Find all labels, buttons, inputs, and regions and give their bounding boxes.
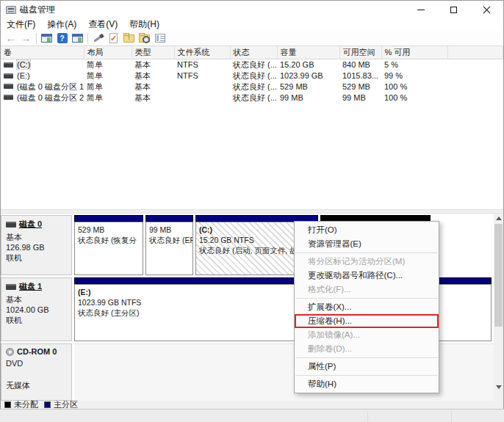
forward-icon[interactable]: →: [19, 32, 33, 45]
console-window-icon[interactable]: [40, 32, 54, 45]
disk1-name: 磁盘 1: [19, 281, 42, 292]
primary-partition-swatch: [44, 401, 51, 408]
col-type[interactable]: 类型: [132, 46, 174, 59]
disk1-header[interactable]: 磁盘 1 基本 1024.00 GB 联机: [1, 277, 72, 341]
volume-icon: [4, 73, 13, 79]
scroll-up-icon[interactable]: [494, 214, 503, 223]
disk0-size: 126.98 GB: [6, 242, 71, 252]
folder-up-icon[interactable]: [122, 32, 136, 45]
folder-search-icon[interactable]: [137, 32, 151, 45]
menu-separator: [295, 298, 438, 299]
legend-bar: 未分配 主分区: [1, 401, 503, 409]
menu-item-mark-active: 将分区标记为活动分区(M): [295, 255, 439, 269]
menu-item-explorer[interactable]: 资源管理器(E): [295, 237, 439, 251]
volume-name: (磁盘 0 磁盘分区 1): [17, 82, 84, 91]
menu-item-open[interactable]: 打开(O): [295, 223, 439, 237]
menu-item-format: 格式化(F)...: [295, 283, 439, 297]
disk1-status: 联机: [6, 315, 71, 325]
menu-help[interactable]: 帮助(H): [123, 18, 165, 31]
check-document-icon[interactable]: [107, 32, 120, 45]
volume-name: (E:): [17, 71, 30, 80]
volume-icon: [4, 95, 13, 100]
disk-icon: [6, 284, 16, 290]
properties-icon[interactable]: [153, 32, 167, 45]
partition-status: 状态良好 (EF: [149, 235, 190, 245]
vertical-scrollbar[interactable]: [494, 214, 503, 401]
menu-item-properties[interactable]: 属性(P): [295, 360, 439, 374]
volume-icon: [4, 84, 13, 89]
menu-view[interactable]: 查看(V): [82, 18, 123, 31]
maximize-button[interactable]: [437, 1, 470, 18]
volume-icon: [4, 62, 13, 68]
menu-separator: [295, 252, 438, 253]
action-pane-icon[interactable]: [71, 32, 84, 45]
back-icon[interactable]: ←: [4, 32, 18, 45]
minimize-button[interactable]: [404, 1, 437, 18]
close-icon: [483, 6, 491, 14]
table-row[interactable]: (C:) 简单 基本 NTFS 状态良好 (... 15.20 GB 840 M…: [1, 59, 503, 70]
cdrom-type: DVD: [6, 358, 71, 368]
menu-item-add-mirror: 添加镜像(A)...: [295, 328, 439, 342]
toolbar-separator: [36, 33, 37, 44]
menu-file[interactable]: 文件(F): [1, 18, 41, 31]
unallocated-swatch: [4, 401, 11, 408]
menu-item-help[interactable]: 帮助(H): [295, 377, 439, 391]
table-row[interactable]: (磁盘 0 磁盘分区 1) 简单 基本 状态良好 (... 529 MB 529…: [1, 81, 503, 92]
title-bar: 磁盘管理: [1, 1, 503, 18]
window-title: 磁盘管理: [20, 4, 55, 16]
toolbar-separator: [87, 33, 88, 44]
maximize-icon: [450, 7, 457, 13]
cdrom-status: 无媒体: [6, 380, 71, 390]
partition-recovery[interactable]: 529 MB 状态良好 (恢复分: [74, 215, 143, 275]
cdrom-header[interactable]: CD-ROM 0 DVD 无媒体: [1, 343, 72, 401]
disk0-name: 磁盘 0: [19, 219, 42, 230]
partition-size: 529 MB: [78, 225, 140, 235]
disk-management-app-icon: [6, 6, 16, 14]
close-button[interactable]: [470, 1, 503, 18]
table-row[interactable]: (E:) 简单 基本 NTFS 状态良好 (... 1023.99 GB 101…: [1, 70, 503, 81]
col-filesystem[interactable]: 文件系统: [174, 46, 230, 59]
partition-efi[interactable]: 99 MB 状态良好 (EF: [145, 215, 193, 275]
disk0-status: 联机: [6, 252, 71, 263]
partition-size: 99 MB: [149, 225, 190, 235]
menu-action[interactable]: 操作(A): [41, 18, 82, 31]
volume-table: 卷 布局 类型 文件系统 状态 容量 可用空间 % 可用 (C:) 简单 基本 …: [1, 46, 503, 103]
menu-item-shrink-volume[interactable]: 压缩卷(H)...: [295, 314, 439, 328]
col-volume[interactable]: 卷: [1, 46, 84, 59]
volume-list-pane: 卷 布局 类型 文件系统 状态 容量 可用空间 % 可用 (C:) 简单 基本 …: [1, 46, 503, 209]
menu-separator: [295, 357, 438, 358]
partition-bar: [74, 215, 143, 222]
col-layout[interactable]: 布局: [84, 46, 132, 59]
col-free[interactable]: 可用空间: [339, 46, 381, 59]
col-capacity[interactable]: 容量: [277, 46, 339, 59]
minimize-icon: [417, 10, 425, 10]
desktop-strip: [0, 409, 504, 422]
volume-name: (磁盘 0 磁盘分区 2): [17, 93, 84, 102]
disk0-header[interactable]: 磁盘 0 基本 126.98 GB 联机: [1, 215, 72, 275]
scroll-down-icon[interactable]: [494, 382, 503, 392]
disk1-size: 1024.00 GB: [6, 305, 71, 315]
cd-rom-icon: [6, 348, 14, 356]
col-blank: [447, 46, 503, 59]
menu-bar: 文件(F) 操作(A) 查看(V) 帮助(H): [1, 18, 503, 31]
help-icon[interactable]: ?: [55, 32, 69, 45]
menu-item-extend-volume[interactable]: 扩展卷(X)...: [295, 300, 439, 314]
volume-table-header: 卷 布局 类型 文件系统 状态 容量 可用空间 % 可用: [1, 46, 503, 59]
tool-icon[interactable]: [91, 32, 105, 45]
screen: 磁盘管理 文件(F) 操作(A) 查看(V) 帮助(H) ← → ?: [0, 0, 504, 422]
menu-separator: [295, 375, 438, 376]
menu-item-delete-volume: 删除卷(D)...: [295, 342, 439, 356]
partition-bar: [145, 215, 193, 222]
col-pct-free[interactable]: % 可用: [381, 46, 447, 59]
disk0-type: 基本: [6, 232, 71, 242]
partition-status: 状态良好 (恢复分: [78, 235, 140, 245]
scrollbar-thumb[interactable]: [494, 224, 503, 327]
menu-item-change-drive-letter[interactable]: 更改驱动器号和路径(C)...: [295, 269, 439, 283]
disk-icon: [6, 222, 16, 228]
table-row[interactable]: (磁盘 0 磁盘分区 2) 简单 基本 状态良好 (... 99 MB 99 M…: [1, 92, 503, 103]
partition-context-menu: 打开(O) 资源管理器(E) 将分区标记为活动分区(M) 更改驱动器号和路径(C…: [294, 221, 439, 393]
col-status[interactable]: 状态: [230, 46, 277, 59]
disk1-type: 基本: [6, 294, 71, 305]
toolbar: ← → ?: [1, 31, 503, 46]
volume-name: (C:): [17, 60, 30, 69]
